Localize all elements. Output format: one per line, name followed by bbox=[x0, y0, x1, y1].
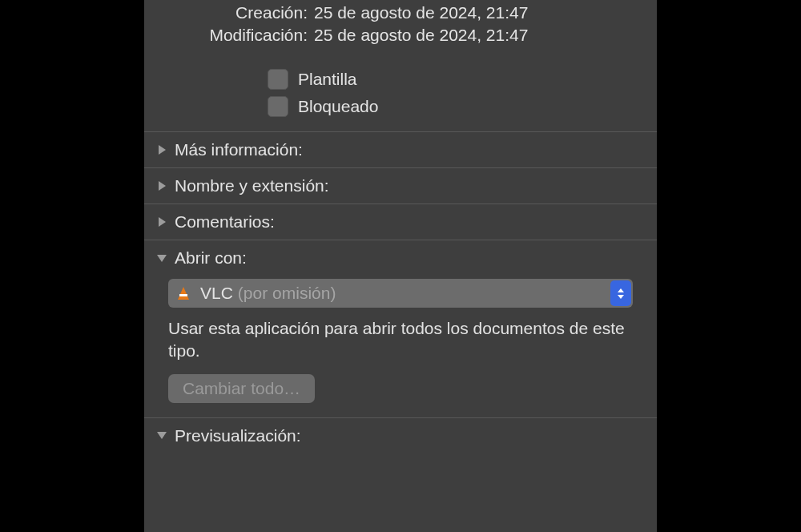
vlc-icon bbox=[175, 284, 192, 302]
section-comments: Comentarios: bbox=[144, 204, 657, 240]
chevron-down-icon bbox=[155, 429, 168, 442]
chevron-right-icon bbox=[155, 216, 168, 228]
general-info: Creación: 25 de agosto de 2024, 21:47 Mo… bbox=[144, 0, 657, 46]
change-all-button[interactable]: Cambiar todo… bbox=[168, 374, 315, 403]
app-select-hint: (por omisión) bbox=[238, 284, 336, 303]
app-select[interactable]: VLC (por omisión) bbox=[168, 279, 633, 308]
locked-label: Bloqueado bbox=[298, 97, 378, 116]
section-title-more-info: Más información: bbox=[175, 140, 303, 159]
section-header-comments[interactable]: Comentarios: bbox=[144, 204, 657, 240]
section-title-comments: Comentarios: bbox=[175, 212, 275, 232]
info-panel: Creación: 25 de agosto de 2024, 21:47 Mo… bbox=[144, 0, 657, 532]
select-arrows-icon bbox=[610, 280, 631, 306]
chevron-down-icon bbox=[155, 252, 168, 264]
section-header-more-info[interactable]: Más información: bbox=[144, 132, 657, 167]
section-title-name-extension: Nombre y extensión: bbox=[175, 176, 329, 195]
section-open-with: Abrir con: VLC (por omisión) Usar esta a… bbox=[144, 240, 657, 417]
creation-value: 25 de agosto de 2024, 21:47 bbox=[314, 3, 528, 22]
chevron-right-icon bbox=[155, 179, 168, 192]
app-select-name: VLC bbox=[200, 284, 233, 303]
creation-row: Creación: 25 de agosto de 2024, 21:47 bbox=[144, 2, 657, 24]
section-name-extension: Nombre y extensión: bbox=[144, 167, 657, 204]
template-checkbox[interactable] bbox=[268, 69, 288, 90]
modification-row: Modificación: 25 de agosto de 2024, 21:4… bbox=[144, 24, 657, 46]
section-title-open-with: Abrir con: bbox=[175, 248, 247, 268]
open-with-body: VLC (por omisión) Usar esta aplicación p… bbox=[144, 276, 657, 417]
section-header-preview[interactable]: Previsualización: bbox=[144, 418, 657, 453]
template-label: Plantilla bbox=[298, 70, 357, 89]
locked-checkbox-row: Bloqueado bbox=[144, 93, 657, 120]
open-with-help-text: Usar esta aplicación para abrir todos lo… bbox=[168, 317, 633, 363]
section-header-name-extension[interactable]: Nombre y extensión: bbox=[144, 168, 657, 204]
section-header-open-with[interactable]: Abrir con: bbox=[144, 240, 657, 276]
modification-label: Modificación: bbox=[144, 26, 314, 45]
chevron-right-icon bbox=[155, 143, 168, 156]
checkbox-group: Plantilla Bloqueado bbox=[144, 66, 657, 120]
section-preview: Previsualización: bbox=[144, 417, 657, 453]
section-more-info: Más información: bbox=[144, 131, 657, 167]
section-title-preview: Previsualización: bbox=[175, 426, 301, 445]
template-checkbox-row: Plantilla bbox=[144, 66, 657, 93]
modification-value: 25 de agosto de 2024, 21:47 bbox=[314, 26, 528, 45]
creation-label: Creación: bbox=[144, 3, 314, 22]
locked-checkbox[interactable] bbox=[268, 96, 288, 117]
